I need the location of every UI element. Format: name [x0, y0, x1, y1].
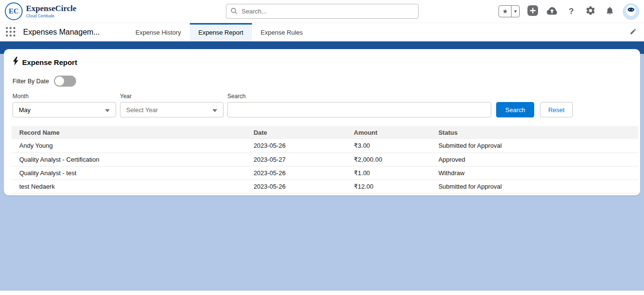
- year-field: Year Select Year: [120, 93, 223, 117]
- table-header-row: Record Name Date Amount Status: [12, 126, 638, 139]
- search-field: Search: [227, 93, 491, 117]
- nav-tabs: Expense History Expense Report Expense R…: [127, 23, 311, 41]
- cell-record-name: Quality Analyst - Certification: [12, 153, 250, 166]
- chevron-down-icon: [105, 106, 110, 114]
- brand-text: ExpenseCircle Cloud Certitude: [26, 4, 77, 18]
- app-name: Expenses Managem...: [23, 28, 100, 37]
- app-launcher-button[interactable]: [5, 26, 16, 38]
- cell-date: 2023-05-26: [250, 166, 350, 180]
- global-search-input[interactable]: [226, 4, 419, 19]
- expense-table-wrap: Record Name Date Amount Status Andy Youn…: [12, 126, 638, 193]
- cell-record-name: test Nedaerk: [12, 180, 250, 193]
- reset-button[interactable]: Reset: [540, 102, 573, 117]
- table-row[interactable]: Quality Analyst - test 2023-05-26 ₹1.00 …: [12, 166, 638, 180]
- month-label: Month: [13, 93, 116, 100]
- cell-date: 2023-05-27: [250, 153, 350, 166]
- card-title-row: Expense Report: [4, 49, 640, 67]
- global-header: EC ExpenseCircle Cloud Certitude ★ ▾: [0, 0, 644, 23]
- favorites-group: ★ ▾: [499, 5, 520, 17]
- brand: EC ExpenseCircle Cloud Certitude: [5, 2, 77, 20]
- tab-expense-history[interactable]: Expense History: [127, 23, 190, 41]
- cell-amount: ₹1.00: [350, 166, 435, 180]
- chevron-down-icon: [212, 106, 217, 114]
- cell-record-name: Quality Analyst - test: [12, 166, 250, 180]
- brand-name: ExpenseCircle: [26, 4, 77, 13]
- expensecircle-logo-icon: EC: [5, 2, 23, 20]
- year-select[interactable]: Select Year: [120, 102, 223, 117]
- header-actions: ★ ▾ ?: [499, 3, 639, 20]
- year-label: Year: [120, 93, 223, 100]
- help-button[interactable]: ?: [565, 5, 578, 18]
- search-label: Search: [227, 93, 491, 100]
- edit-nav-button[interactable]: [628, 27, 638, 38]
- cell-amount: ₹12.00: [350, 180, 435, 193]
- cell-status: Submitted for Approval: [434, 180, 638, 193]
- bottom-strip: [0, 291, 644, 295]
- table-row[interactable]: test Nedaerk 2023-05-26 ₹12.00 Submitted…: [12, 180, 638, 193]
- table-row[interactable]: Quality Analyst - Certification 2023-05-…: [12, 153, 638, 166]
- question-mark-icon: ?: [569, 7, 574, 16]
- favorites-dropdown-button[interactable]: ▾: [511, 5, 520, 17]
- plus-icon: [527, 5, 539, 18]
- column-header-amount: Amount: [350, 126, 435, 139]
- page-title: Expense Report: [22, 58, 77, 66]
- search-icon: [231, 8, 237, 16]
- cell-date: 2023-05-26: [250, 139, 350, 153]
- brand-tagline: Cloud Certitude: [26, 13, 77, 18]
- bell-icon: [605, 6, 615, 17]
- favorites-star-button[interactable]: ★: [499, 5, 512, 17]
- app-nav-bar: Expenses Managem... Expense History Expe…: [0, 23, 644, 41]
- report-filter-form: Month May Year Select Year S: [13, 93, 631, 117]
- tab-expense-report[interactable]: Expense Report: [190, 23, 252, 41]
- caret-down-icon: ▾: [514, 8, 517, 14]
- waffle-icon: [5, 26, 16, 38]
- month-field: Month May: [13, 93, 116, 117]
- gear-icon: [585, 5, 596, 17]
- report-search-input[interactable]: [227, 102, 491, 117]
- setup-button[interactable]: [584, 5, 597, 18]
- expense-table-body: Andy Young 2023-05-26 ₹3.00 Submitted fo…: [12, 139, 638, 193]
- avatar-astro-icon: [623, 3, 639, 20]
- column-header-status: Status: [434, 126, 638, 139]
- month-select-value: May: [19, 106, 31, 114]
- filter-row: Filter By Date: [13, 76, 640, 87]
- cell-record-name: Andy Young: [12, 139, 250, 153]
- quick-create-button[interactable]: [526, 5, 539, 18]
- global-search: [226, 4, 419, 19]
- lightning-bolt-icon: [13, 57, 19, 67]
- expense-table: Record Name Date Amount Status Andy Youn…: [12, 126, 638, 193]
- avatar[interactable]: [623, 3, 639, 20]
- cell-amount: ₹2,000.00: [350, 153, 435, 166]
- cell-status: Approved: [434, 153, 638, 166]
- cell-date: 2023-05-26: [250, 180, 350, 193]
- tab-expense-rules[interactable]: Expense Rules: [252, 23, 311, 41]
- cell-amount: ₹3.00: [350, 139, 435, 153]
- logo-initials: EC: [9, 7, 19, 15]
- year-select-placeholder: Select Year: [126, 106, 158, 114]
- column-header-date: Date: [250, 126, 350, 139]
- notifications-button[interactable]: [604, 5, 616, 18]
- cell-status: Submitted for Approval: [434, 139, 638, 153]
- pencil-icon: [630, 28, 637, 37]
- cell-status: Withdraw: [434, 166, 638, 180]
- column-header-record-name: Record Name: [12, 126, 250, 139]
- search-button[interactable]: Search: [496, 102, 534, 117]
- star-icon: ★: [502, 8, 508, 15]
- filter-by-date-toggle[interactable]: [54, 76, 76, 87]
- table-row[interactable]: Andy Young 2023-05-26 ₹3.00 Submitted fo…: [12, 139, 638, 153]
- page-content: Expense Report Filter By Date Month May …: [0, 41, 644, 291]
- toggle-knob: [55, 77, 64, 86]
- expense-report-card: Expense Report Filter By Date Month May …: [4, 49, 640, 195]
- month-select[interactable]: May: [13, 102, 116, 117]
- upload-button[interactable]: [546, 5, 558, 18]
- filter-by-date-label: Filter By Date: [13, 78, 49, 85]
- cloud-upload-icon: [546, 5, 558, 17]
